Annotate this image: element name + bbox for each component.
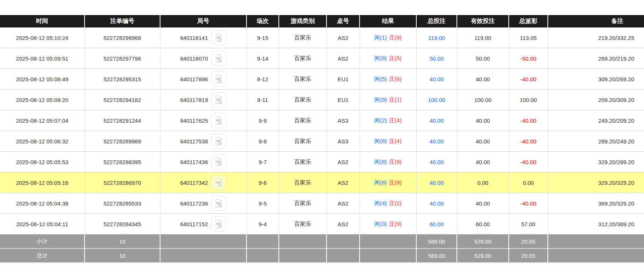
cell-time: 2025-08-12 05:10:24 [0, 27, 85, 48]
result-player: 闲(4) [374, 200, 387, 206]
col-header-session: 场次 [246, 15, 279, 27]
col-header-total-payout: 总派彩 [509, 15, 548, 27]
cell-result: 闲(1)庄(9) [360, 27, 416, 48]
cell-total-bet: 40.00 [416, 110, 457, 131]
round-number: 640117342 [180, 180, 208, 186]
video-replay-button[interactable] [211, 154, 226, 169]
cell-game-type: 百家乐 [279, 110, 327, 131]
result-player: 闲(8) [374, 179, 387, 186]
cell-session: 8-11 [246, 90, 279, 110]
video-file-icon [214, 53, 224, 63]
cell-total-bet: 40.00 [416, 152, 457, 172]
result-banker: 庄(9) [389, 221, 402, 227]
cell-table-no: AS2 [327, 48, 360, 69]
cell-round: 640117819 [160, 90, 246, 110]
cell-valid-bet: 60.00 [457, 214, 509, 234]
cell-session: 9-8 [246, 131, 279, 152]
cell-valid-bet: 40.00 [457, 69, 509, 90]
video-replay-button[interactable] [211, 134, 226, 149]
video-replay-button[interactable] [211, 216, 226, 231]
subtotal-total-payout: 20.05 [509, 234, 548, 249]
cell-result: 闲(8)庄(9) [360, 152, 416, 172]
video-replay-button[interactable] [211, 51, 226, 66]
cell-game-type: 百家乐 [279, 172, 327, 193]
cell-result: 闲(8)庄(4) [360, 131, 416, 152]
total-empty-round [160, 248, 246, 263]
result-banker: 庄(6) [389, 76, 402, 82]
cell-time: 2025-08-12 05:08:49 [0, 69, 85, 90]
cell-session: 8-12 [246, 69, 279, 90]
cell-bet-id: 522728284345 [85, 214, 160, 234]
video-file-icon [214, 198, 224, 208]
cell-remark: 369.20/329.20 [548, 193, 644, 214]
cell-game-type: 百家乐 [279, 48, 327, 69]
cell-round: 640117896 [160, 69, 246, 90]
cell-time: 2025-08-12 05:09:51 [0, 48, 85, 69]
total-empty-session [246, 248, 279, 263]
bet-records-table: 时间 注单编号 局号 场次 游戏类别 桌号 结果 总投注 有效投注 总派彩 备注… [0, 15, 644, 263]
cell-round: 640117538 [160, 131, 246, 152]
cell-result: 闲(5)庄(6) [360, 69, 416, 90]
col-header-total-bet: 总投注 [416, 15, 457, 27]
cell-session: 9-7 [246, 152, 279, 172]
video-replay-button[interactable] [211, 30, 226, 45]
result-banker: 庄(8) [389, 179, 402, 186]
cell-remark: 219.20/332.25 [548, 27, 644, 48]
cell-game-type: 百家乐 [279, 193, 327, 214]
subtotal-empty-result [360, 234, 416, 249]
subtotal-empty-remark [548, 234, 644, 249]
cell-remark: 249.20/209.20 [548, 110, 644, 131]
cell-total-payout: 100.00 [509, 90, 548, 110]
cell-time: 2025-08-12 05:06:32 [0, 131, 85, 152]
total-empty-result [360, 248, 416, 263]
cell-total-bet: 119.00 [416, 27, 457, 48]
round-number: 640117152 [180, 221, 208, 227]
video-replay-button[interactable] [211, 175, 226, 190]
cell-time: 2025-08-12 05:05:16 [0, 172, 85, 193]
cell-valid-bet: 40.00 [457, 131, 509, 152]
round-number: 640117538 [180, 138, 208, 145]
cell-total-payout: -40.00 [509, 131, 548, 152]
cell-time: 2025-08-12 05:07:04 [0, 110, 85, 131]
cell-remark: 209.20/309.20 [548, 90, 644, 110]
cell-session: 9-9 [246, 110, 279, 131]
cell-round: 640118141 [160, 27, 246, 48]
table-row: 2025-08-12 05:05:16 522728286970 6401173… [0, 172, 644, 193]
table-row: 2025-08-12 05:09:51 522728297796 6401180… [0, 48, 644, 69]
round-number: 640117236 [180, 200, 208, 207]
table-row: 2025-08-12 05:04:11 522728284345 6401171… [0, 214, 644, 234]
cell-valid-bet: 119.00 [457, 27, 509, 48]
cell-total-payout: 0.00 [509, 172, 548, 193]
cell-total-payout: 57.00 [509, 214, 548, 234]
video-replay-button[interactable] [211, 196, 226, 211]
total-valid-bet: 529.00 [457, 248, 509, 263]
bet-records-page: 时间 注单编号 局号 场次 游戏类别 桌号 结果 总投注 有效投注 总派彩 备注… [0, 0, 644, 263]
subtotal-empty-round [160, 234, 246, 249]
cell-game-type: 百家乐 [279, 214, 327, 234]
round-number: 640117625 [180, 117, 208, 124]
round-number: 640118141 [180, 35, 208, 41]
video-file-icon [214, 157, 224, 167]
subtotal-total-bet: 569.00 [416, 234, 457, 249]
video-replay-button[interactable] [211, 113, 226, 128]
video-replay-button[interactable] [211, 72, 226, 87]
cell-session: 9-5 [246, 193, 279, 214]
cell-game-type: 百家乐 [279, 27, 327, 48]
video-replay-button[interactable] [211, 92, 226, 107]
result-player: 闲(3) [374, 221, 387, 227]
cell-table-no: AS3 [327, 110, 360, 131]
cell-session: 9-6 [246, 172, 279, 193]
cell-time: 2025-08-12 05:08:20 [0, 90, 85, 110]
cell-round: 640117236 [160, 193, 246, 214]
cell-result: 闲(4)庄(2) [360, 193, 416, 214]
cell-round: 640117342 [160, 172, 246, 193]
result-player: 闲(9) [374, 55, 387, 61]
cell-table-no: EU1 [327, 90, 360, 110]
cell-session: 9-14 [246, 48, 279, 69]
cell-bet-id: 522728288395 [85, 152, 160, 172]
cell-remark: 289.20/249.20 [548, 131, 644, 152]
cell-table-no: AS3 [327, 131, 360, 152]
cell-bet-id: 522728294182 [85, 90, 160, 110]
result-banker: 庄(2) [389, 200, 402, 206]
col-header-result: 结果 [360, 15, 416, 27]
